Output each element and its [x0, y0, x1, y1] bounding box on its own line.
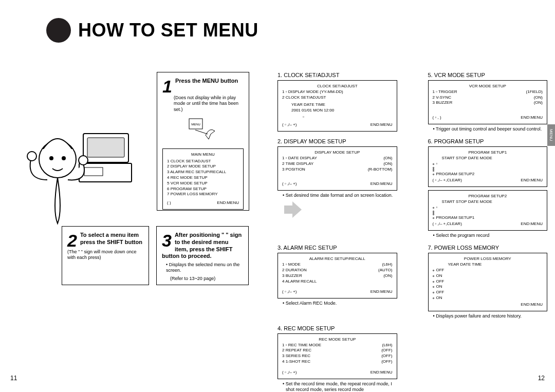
svg-point-6 — [62, 156, 66, 160]
page-header: HOW TO SET MENU — [46, 18, 258, 43]
step-heading: Press the MENU button — [162, 78, 244, 85]
page-number-left: 11 — [10, 375, 17, 382]
svg-rect-1 — [87, 138, 124, 157]
step-sub: (Does not display while in play mode or … — [174, 95, 244, 113]
page-title: HOW TO SET MENU — [78, 20, 258, 41]
title-bullet-icon — [46, 18, 71, 43]
illustration-user-tv — [22, 103, 132, 226]
step-3-box: 3 After positioning " " sign to the desi… — [156, 226, 249, 285]
svg-point-7 — [27, 152, 36, 161]
step-number: 1 — [162, 78, 172, 95]
section-rec: 4. REC MODE SETUP REC MODE SETUP 1 ▫ REC… — [278, 325, 397, 392]
svg-point-5 — [49, 156, 53, 160]
svg-line-11 — [195, 130, 208, 134]
section-program: 6. PROGRAM SETUP PROGRAM SETUP1 START ST… — [428, 138, 548, 238]
section-tab: MENU — [547, 124, 555, 146]
section-alarm: 3. ALARM REC SETUP ALARM REC SETUP/RECAL… — [278, 245, 397, 319]
section-vcr: 5. VCR MODE SETUP VCR MODE SETUP 1 ▫ TRI… — [428, 72, 548, 132]
svg-point-8 — [79, 156, 88, 165]
step-1-box: 1 Press the MENU button (Does not displa… — [157, 72, 249, 211]
section-display: 2. DISPLAY MODE SETUP DISPLAY MODE SETUP… — [278, 138, 397, 238]
main-menu-screen: MAIN MENU 1 CLOCK SET/ADJUST 2 DISPLAY M… — [162, 148, 244, 210]
svg-text:MENU: MENU — [191, 123, 200, 126]
section-clock: 1. CLOCK SET/ADJUST CLOCK SET/ADJUST 1 ▫… — [278, 72, 397, 132]
page-number-right: 12 — [538, 375, 545, 382]
svg-rect-3 — [84, 167, 103, 176]
step-2-box: 2 To select a menu item press the SHIFT … — [62, 226, 149, 285]
menu-button-diagram: MENU — [185, 117, 221, 143]
section-power: 7. POWER LOSS MEMORY POWER LOSS MEMORY Y… — [428, 245, 548, 319]
